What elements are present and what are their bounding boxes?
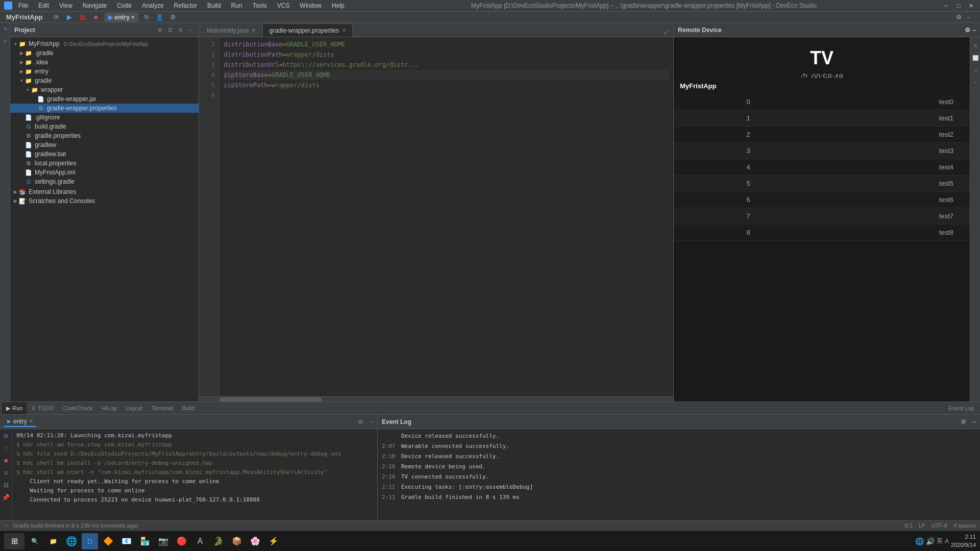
tab-gradle-wrapper-close[interactable]: ✕ xyxy=(342,28,346,33)
rotate-icon[interactable]: ⬜ xyxy=(971,54,979,62)
browser-taskbar[interactable]: 🌐 xyxy=(63,533,80,549)
menu-refactor[interactable]: Refactor xyxy=(172,1,199,10)
tree-item-iml[interactable]: ▶ 📄 MyFristApp.iml xyxy=(10,168,199,177)
remote-minimize-icon[interactable]: – xyxy=(972,27,976,34)
project-gear-icon[interactable]: ⚙ xyxy=(176,26,184,34)
tree-item-external-libraries[interactable]: ▶ 📚 External Libraries xyxy=(10,187,199,196)
run-stop-icon[interactable]: ■ xyxy=(1,456,11,466)
tree-item-wrapper-properties[interactable]: ▶ ⚙ gradle-wrapper.properties xyxy=(10,104,199,113)
tab-todo[interactable]: 6: TODO xyxy=(28,402,58,414)
project-sidebar-icon[interactable]: P xyxy=(1,25,9,33)
tree-item-build-gradle[interactable]: ▶ G build.gradle xyxy=(10,122,199,131)
project-close-icon[interactable]: – xyxy=(186,26,194,34)
tab-gradle-wrapper[interactable]: gradle-wrapper.properties ✕ xyxy=(262,23,353,37)
tree-item-settings-gradle[interactable]: ▶ G settings.gradle xyxy=(10,177,199,186)
menu-run[interactable]: Run xyxy=(229,1,244,10)
remote-settings-icon[interactable]: ⚙ xyxy=(965,27,970,34)
tree-item-local-properties[interactable]: ▶ ⚙ local.properties xyxy=(10,159,199,168)
more-options-icon[interactable]: – xyxy=(964,12,974,22)
menu-edit[interactable]: Edit xyxy=(36,1,51,10)
toolbar-profile-icon[interactable]: 👤 xyxy=(155,12,165,22)
tab-logcat[interactable]: Logcat xyxy=(121,402,146,414)
menu-navigate[interactable]: Navigate xyxy=(81,1,109,10)
tree-item-root[interactable]: ▾ 📁 MyFristApp D:\DevEcoStudioProjects\M… xyxy=(10,39,199,48)
run-tab-close[interactable]: ✕ xyxy=(29,418,33,424)
taskbar-icon-7[interactable]: A xyxy=(192,533,208,549)
menu-analyze[interactable]: Analyze xyxy=(140,1,166,10)
device-back-icon[interactable]: ◁ xyxy=(971,66,979,74)
network-icon[interactable]: 🌐 xyxy=(915,537,924,545)
taskbar-icon-3[interactable]: 📧 xyxy=(118,533,135,549)
tree-item-gradle[interactable]: ▾ 📁 gradle xyxy=(10,76,199,85)
ime-label-2[interactable]: A xyxy=(945,538,949,545)
structure-sidebar-icon[interactable]: S xyxy=(1,37,9,45)
menu-file[interactable]: File xyxy=(16,1,30,10)
toolbar-stop-icon[interactable]: ■ xyxy=(91,12,101,22)
menu-window[interactable]: Window xyxy=(298,1,324,10)
run-list-icon[interactable]: ≡ xyxy=(1,468,11,478)
tree-item-scratches[interactable]: ▶ 📝 Scratches and Consoles xyxy=(10,196,199,206)
search-taskbar[interactable]: 🔍 xyxy=(27,533,43,549)
tab-codecheck[interactable]: CodeCheck xyxy=(59,402,96,414)
tree-item-gradlew-bat[interactable]: ▶ 📄 gradlew.bat xyxy=(10,149,199,159)
tree-item-entry[interactable]: ▶ 📁 entry xyxy=(10,67,199,76)
menu-vcs[interactable]: VCS xyxy=(275,1,292,10)
project-settings-icon[interactable]: ☰ xyxy=(166,26,174,34)
run-pin-icon[interactable]: 📌 xyxy=(1,492,11,503)
tree-item-gradle-hidden[interactable]: ▶ 📁 .gradle xyxy=(10,48,199,58)
taskbar-icon-6[interactable]: 🔴 xyxy=(174,533,190,549)
taskbar-icon-2[interactable]: 🔶 xyxy=(100,533,116,549)
minimize-button[interactable]: ─ xyxy=(941,1,951,11)
code-content[interactable]: distributionBase=GRADLE_USER_HOME distri… xyxy=(219,37,673,396)
menu-code[interactable]: Code xyxy=(115,1,134,10)
menu-tools[interactable]: Tools xyxy=(251,1,269,10)
taskbar-icon-11[interactable]: ⚡ xyxy=(265,533,282,549)
tab-event-log[interactable]: Event Log xyxy=(944,402,978,414)
menu-help[interactable]: Help xyxy=(330,1,347,10)
editor-scrollbar[interactable] xyxy=(199,396,673,402)
tab-hilog[interactable]: HiLog xyxy=(97,402,120,414)
tree-item-gradlew[interactable]: ▶ 📄 gradlew xyxy=(10,140,199,149)
run-config-dropdown[interactable]: ▶ entry ▾ xyxy=(104,13,138,22)
device-circle-icon[interactable]: ○ xyxy=(971,78,979,86)
tab-run[interactable]: ▶ Run xyxy=(2,402,27,414)
maximize-button[interactable]: □ xyxy=(953,1,964,11)
tree-item-wrapper-jar[interactable]: ▶ 📄 gradle-wrapper.jar xyxy=(10,94,199,104)
menu-view[interactable]: View xyxy=(57,1,75,10)
tree-item-gradle-properties[interactable]: ▶ ⚙ gradle.properties xyxy=(10,131,199,140)
taskbar-icon-8[interactable]: 🐊 xyxy=(210,533,227,549)
taskbar-icon-1[interactable]: D xyxy=(82,533,98,549)
taskbar-icon-4[interactable]: 🏪 xyxy=(137,533,153,549)
tree-item-idea[interactable]: ▶ 📁 .idea xyxy=(10,58,199,67)
event-log-content[interactable]: Device released successfully. 2:07 Weara… xyxy=(378,429,980,520)
tree-item-gitignore[interactable]: ▶ 📄 .gitignore xyxy=(10,113,199,122)
scroll-thumb[interactable] xyxy=(219,397,322,402)
close-button[interactable]: ✕ xyxy=(966,1,976,11)
event-log-minimize-icon[interactable]: – xyxy=(972,418,976,425)
toolbar-build-icon[interactable]: ▶ xyxy=(64,12,75,22)
run-settings-icon[interactable]: ⚙ xyxy=(358,418,363,425)
toolbar-debug-icon[interactable]: 🐞 xyxy=(78,12,88,22)
volume-icon[interactable]: 🔊 xyxy=(926,537,935,545)
run-up-icon[interactable]: ↑ xyxy=(1,443,11,454)
toolbar-sync-icon[interactable]: ⟳ xyxy=(51,12,61,22)
tab-mainability-close[interactable]: ✕ xyxy=(252,28,256,33)
taskbar-icon-5[interactable]: 📷 xyxy=(155,533,172,549)
toolbar-settings-icon[interactable]: ⚙ xyxy=(168,12,178,22)
tab-build[interactable]: Build xyxy=(178,402,199,414)
tab-terminal[interactable]: Terminal xyxy=(148,402,177,414)
menu-build[interactable]: Build xyxy=(205,1,223,10)
start-button[interactable]: ⊞ xyxy=(4,533,24,549)
event-log-settings-icon[interactable]: ⚙ xyxy=(961,418,966,425)
tab-mainability[interactable]: MainAbility.java ✕ xyxy=(200,23,262,37)
toolbar-refresh-icon[interactable]: ↻ xyxy=(141,12,152,22)
project-expand-icon[interactable]: ⊞ xyxy=(156,26,164,34)
files-taskbar[interactable]: 📁 xyxy=(45,533,61,549)
run-output[interactable]: 09/14 02:11:28: Launching com.kizai.myfr… xyxy=(12,429,377,520)
run-minimize-icon[interactable]: – xyxy=(370,418,373,425)
tree-item-wrapper[interactable]: ▾ 📁 wrapper xyxy=(10,85,199,94)
run-restart-icon[interactable]: ⟳ xyxy=(1,431,11,441)
system-clock[interactable]: 2:11 2020/9/14 xyxy=(951,533,976,549)
ime-label[interactable]: 英 xyxy=(937,537,943,545)
run-split-icon[interactable]: ⊟ xyxy=(1,480,11,490)
